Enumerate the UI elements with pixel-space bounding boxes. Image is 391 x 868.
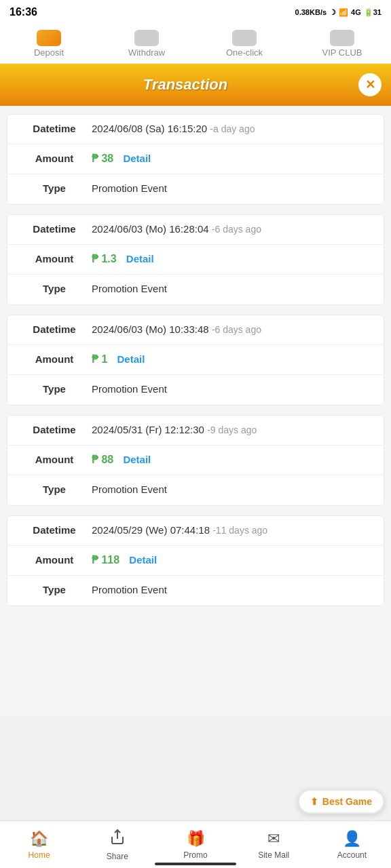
tx-row-amount-4: Amount ₱ 88 Detail [7,446,384,475]
home-icon: 🏠 [30,830,48,848]
lte-icon: 4G [351,8,361,16]
tx-row-datetime-4: Datetime 2024/05/31 (Fr) 12:12:30 -9 day… [7,416,384,446]
amount-peso-2: ₱ 1.3 [92,253,117,264]
status-time: 16:36 [10,6,37,18]
tx-row-type-2: Type Promotion Event [7,275,384,304]
nav-sitemail[interactable]: ✉ Site Mail [235,821,313,868]
datetime-label-2: Datetime [17,222,92,235]
amount-peso-5: ₱ 118 [92,554,119,566]
timeago-4: -9 days ago [207,425,257,435]
transaction-card-4: Datetime 2024/05/31 (Fr) 12:12:30 -9 day… [7,415,384,506]
tab-oneclick-label: One-click [226,47,263,58]
detail-link-4[interactable]: Detail [123,454,151,465]
tx-row-amount-3: Amount ₱ 1 Detail [7,345,384,375]
datetime-label-5: Datetime [17,523,92,536]
datetime-label-3: Datetime [17,322,92,335]
status-icons: 0.38KB/s ☽ 📶 4G 🔋31 [295,8,381,17]
type-label-1: Type [17,181,92,194]
type-value-1: Promotion Event [92,181,374,195]
detail-link-3[interactable]: Detail [117,353,145,365]
promo-icon: 🎁 [187,830,205,848]
tab-vipclub[interactable]: VIP CLUB [293,24,391,63]
wifi-icon: ☽ [329,8,336,17]
nav-share[interactable]: Share [78,821,156,868]
amount-value-5: ₱ 118 Detail [92,553,374,568]
best-game-label: Best Game [322,796,372,807]
datetime-text-3: 2024/06/03 (Mo) 10:33:48 [92,323,212,335]
best-game-button[interactable]: ⬆ Best Game [298,789,384,814]
tab-vipclub-label: VIP CLUB [322,47,362,58]
type-value-2: Promotion Event [92,281,374,296]
tx-row-type-1: Type Promotion Event [7,174,384,204]
detail-link-5[interactable]: Detail [129,554,157,566]
amount-peso-3: ₱ 1 [92,353,107,365]
amount-value-3: ₱ 1 Detail [92,352,374,367]
datetime-text-2: 2024/06/03 (Mo) 16:28:04 [92,223,212,235]
tx-row-amount-5: Amount ₱ 118 Detail [7,546,384,576]
tab-oneclick[interactable]: One-click [196,24,293,63]
amount-label-3: Amount [17,352,92,365]
vipclub-tab-icon [330,30,354,46]
nav-share-label: Share [107,852,128,861]
sitemail-icon: ✉ [267,830,280,848]
tx-row-datetime-2: Datetime 2024/06/03 (Mo) 16:28:04 -6 day… [7,215,384,245]
datetime-label-1: Datetime [17,121,92,134]
modal-header: Transaction ✕ [0,64,391,106]
detail-link-1[interactable]: Detail [123,153,151,164]
nav-tabs: Deposit Withdraw One-click VIP CLUB [0,24,391,64]
nav-account-label: Account [337,850,367,860]
share-icon [109,829,126,849]
network-speed: 0.38KB/s [295,8,327,16]
timeago-5: -11 days ago [212,525,267,536]
deposit-tab-icon [37,30,61,46]
tab-withdraw[interactable]: Withdraw [98,24,196,63]
tx-row-type-4: Type Promotion Event [7,475,384,505]
datetime-value-3: 2024/06/03 (Mo) 10:33:48 -6 days ago [92,322,374,337]
timeago-1: -a day ago [210,123,255,134]
oneclick-tab-icon [232,30,257,46]
detail-link-2[interactable]: Detail [126,253,154,264]
amount-value-1: ₱ 38 Detail [92,151,374,166]
datetime-value-4: 2024/05/31 (Fr) 12:12:30 -9 days ago [92,422,374,437]
type-label-5: Type [17,583,92,595]
battery-icon: 🔋31 [364,8,381,17]
nav-promo[interactable]: 🎁 Promo [156,821,234,868]
nav-home[interactable]: 🏠 Home [0,821,78,868]
transaction-card-2: Datetime 2024/06/03 (Mo) 16:28:04 -6 day… [7,214,384,305]
status-bar: 16:36 0.38KB/s ☽ 📶 4G 🔋31 [0,0,391,24]
datetime-text-4: 2024/05/31 (Fr) 12:12:30 [92,424,207,435]
amount-value-2: ₱ 1.3 Detail [92,252,374,267]
tx-row-amount-1: Amount ₱ 38 Detail [7,144,384,174]
tx-row-amount-2: Amount ₱ 1.3 Detail [7,245,384,275]
type-value-4: Promotion Event [92,482,374,496]
datetime-text-5: 2024/05/29 (We) 07:44:18 [92,524,212,536]
transaction-list: Datetime 2024/06/08 (Sa) 16:15:20 -a day… [0,106,391,716]
type-value-5: Promotion Event [92,583,374,597]
type-label-3: Type [17,382,92,395]
amount-label-2: Amount [17,252,92,264]
tx-row-datetime-1: Datetime 2024/06/08 (Sa) 16:15:20 -a day… [7,115,384,144]
transaction-card-5: Datetime 2024/05/29 (We) 07:44:18 -11 da… [7,515,384,606]
signal-icon: 📶 [339,8,348,17]
nav-home-label: Home [29,850,50,860]
amount-peso-1: ₱ 38 [92,153,113,164]
type-value-3: Promotion Event [92,382,374,396]
modal-title: Transaction [143,76,227,94]
nav-sitemail-label: Site Mail [258,850,289,860]
nav-promo-label: Promo [183,850,207,860]
datetime-value-5: 2024/05/29 (We) 07:44:18 -11 days ago [92,523,374,538]
tx-row-datetime-3: Datetime 2024/06/03 (Mo) 10:33:48 -6 day… [7,315,384,345]
amount-peso-4: ₱ 88 [92,454,113,465]
close-button[interactable]: ✕ [358,73,381,96]
type-label-4: Type [17,482,92,495]
timeago-3: -6 days ago [212,324,261,335]
transaction-card-1: Datetime 2024/06/08 (Sa) 16:15:20 -a day… [7,114,384,205]
tx-row-datetime-5: Datetime 2024/05/29 (We) 07:44:18 -11 da… [7,516,384,546]
transaction-card-3: Datetime 2024/06/03 (Mo) 10:33:48 -6 day… [7,315,384,406]
tab-withdraw-label: Withdraw [128,47,165,58]
tx-row-type-3: Type Promotion Event [7,375,384,405]
datetime-value-1: 2024/06/08 (Sa) 16:15:20 -a day ago [92,121,374,136]
tab-deposit[interactable]: Deposit [0,24,98,63]
nav-account[interactable]: 👤 Account [313,821,391,868]
amount-label-1: Amount [17,151,92,164]
